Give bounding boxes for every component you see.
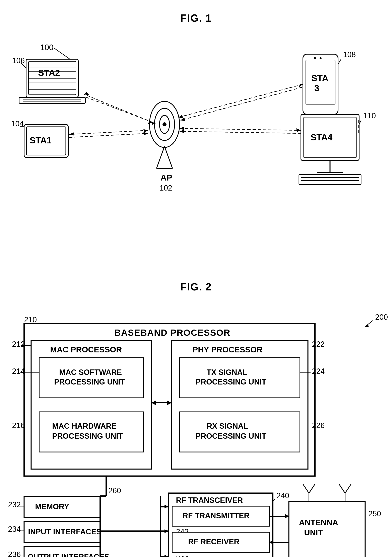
sta3-label: STA (311, 73, 328, 83)
input-if-label: INPUT INTERFACES (28, 527, 101, 536)
svg-marker-50 (69, 132, 74, 136)
page: FIG. 1 100 AP 102 STA1 (0, 0, 392, 557)
fig1-section: FIG. 1 100 AP 102 STA1 (0, 0, 392, 261)
svg-marker-63 (180, 130, 184, 133)
fig2-section: FIG. 2 200 BASEBAND PROCESSOR 210 MAC PR… (0, 269, 392, 557)
svg-rect-12 (26, 59, 78, 97)
svg-line-6 (164, 147, 172, 169)
svg-point-8 (163, 122, 166, 126)
svg-line-116 (339, 484, 345, 493)
output-if-label: OUTPUT INTERFACES (28, 553, 109, 557)
svg-line-52 (69, 133, 148, 137)
antenna-num: 250 (368, 509, 381, 518)
svg-line-113 (303, 484, 309, 493)
svg-line-32 (338, 59, 341, 64)
tx-num: 224 (312, 367, 325, 376)
svg-marker-51 (143, 129, 148, 132)
svg-marker-65 (365, 324, 369, 327)
baseband-label: BASEBAND PROCESSOR (114, 328, 230, 337)
mac-hw-num: 216 (12, 421, 25, 430)
svg-line-49 (69, 130, 148, 134)
tx-label1: TX SIGNAL (207, 368, 247, 377)
mac-label: MAC PROCESSOR (50, 345, 122, 354)
svg-line-54 (179, 84, 303, 117)
sta3-num: 108 (343, 50, 356, 59)
mac-sw-label2: PROCESSING UNIT (54, 378, 125, 386)
svg-line-57 (180, 87, 302, 120)
rf-rx-num: 244 (176, 554, 188, 557)
phy-label: PHY PROCESSOR (193, 345, 262, 354)
sta1-label: STA1 (30, 135, 52, 145)
svg-marker-45 (84, 92, 89, 95)
rx-label1: RX SIGNAL (207, 422, 248, 430)
mac-sw-num: 214 (12, 367, 25, 376)
baseband-num: 210 (24, 316, 37, 324)
fig1-title: FIG. 1 (0, 0, 392, 24)
phy-num: 222 (312, 340, 325, 348)
fig2-diagram: 200 BASEBAND PROCESSOR 210 MAC PROCESSOR… (0, 293, 392, 557)
svg-line-59 (180, 128, 301, 130)
svg-marker-55 (299, 84, 303, 87)
svg-line-5 (156, 147, 164, 169)
svg-point-29 (314, 57, 316, 59)
input-if-num: 234 (8, 525, 21, 533)
sta4-label: STA4 (310, 132, 333, 142)
mac-sw-label1: MAC SOFTWARE (59, 368, 122, 377)
rf-trans-num: 240 (277, 491, 289, 500)
rf-trans-label: RF TRANSCEIVER (176, 496, 243, 504)
sta2-num: 106 (12, 56, 25, 65)
sta4-num: 110 (363, 112, 376, 120)
svg-rect-37 (299, 174, 361, 185)
svg-rect-27 (303, 54, 338, 114)
svg-marker-53 (143, 132, 148, 135)
svg-line-62 (180, 131, 301, 133)
mac-num: 212 (12, 340, 25, 348)
rf-tx-label: RF TRANSMITTER (183, 511, 250, 520)
svg-line-47 (86, 97, 155, 123)
svg-rect-23 (19, 97, 85, 103)
svg-marker-108 (285, 514, 289, 518)
device-num: 200 (375, 313, 388, 321)
antenna-label2: UNIT (304, 528, 323, 537)
fig1-diagram: 100 AP 102 STA1 104 (0, 28, 392, 277)
mac-hw-label1: MAC HARDWARE (52, 422, 116, 430)
sta3-label2: 3 (314, 83, 319, 93)
sta1-num: 104 (11, 120, 24, 128)
ap-label: AP (161, 173, 172, 182)
fig2-title: FIG. 2 (0, 269, 392, 293)
ap-num: 102 (159, 184, 172, 192)
sta2-label: STA2 (38, 68, 60, 78)
tx-label2: PROCESSING UNIT (196, 378, 266, 386)
svg-rect-111 (289, 501, 365, 557)
network-num: 100 (40, 43, 54, 52)
memory-num: 232 (8, 500, 21, 509)
memory-label: MEMORY (35, 502, 69, 511)
mac-hw-label2: PROCESSING UNIT (52, 432, 123, 440)
rx-num: 226 (312, 421, 325, 430)
bus-num: 260 (108, 486, 121, 495)
svg-line-117 (345, 484, 351, 493)
rx-label2: PROCESSING UNIT (196, 432, 266, 440)
svg-marker-61 (180, 127, 184, 130)
svg-marker-60 (296, 128, 301, 132)
svg-point-30 (319, 57, 322, 59)
svg-line-114 (309, 484, 315, 493)
antenna-label1: ANTENNA (299, 518, 338, 527)
rf-rx-label: RF RECEIVER (188, 538, 239, 546)
